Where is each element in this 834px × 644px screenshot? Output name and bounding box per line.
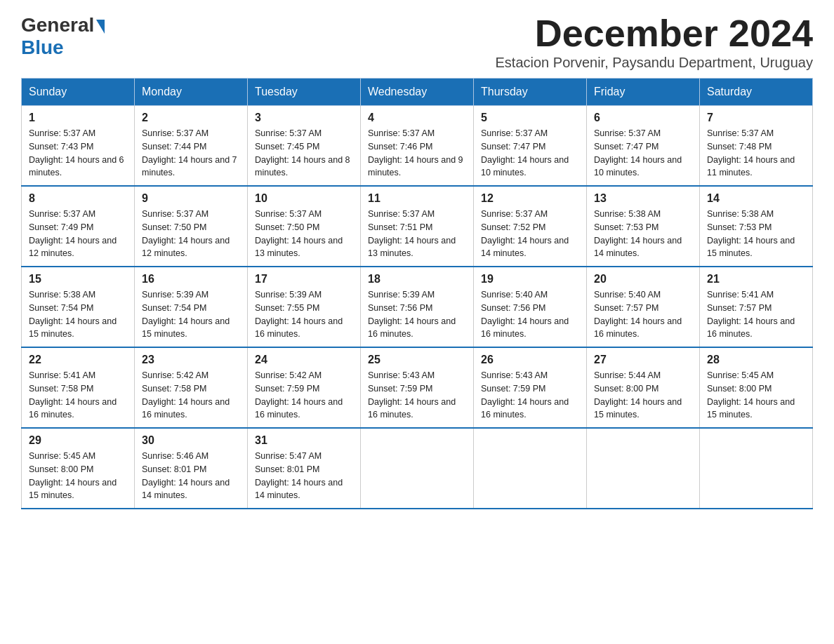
day-number: 26	[481, 354, 579, 366]
logo-blue: Blue	[21, 36, 64, 59]
calendar-cell: 1 Sunrise: 5:37 AMSunset: 7:43 PMDayligh…	[22, 106, 135, 187]
calendar-cell: 12 Sunrise: 5:37 AMSunset: 7:52 PMDaylig…	[474, 186, 587, 267]
month-title: December 2024	[496, 14, 813, 52]
calendar-cell: 16 Sunrise: 5:39 AMSunset: 7:54 PMDaylig…	[135, 267, 248, 347]
day-number: 7	[707, 112, 805, 124]
day-number: 24	[255, 354, 353, 366]
weekday-header-friday: Friday	[587, 79, 700, 106]
location-subtitle: Estacion Porvenir, Paysandu Department, …	[496, 55, 813, 71]
day-number: 9	[142, 192, 240, 205]
calendar-cell: 5 Sunrise: 5:37 AMSunset: 7:47 PMDayligh…	[474, 106, 587, 187]
calendar-week-row: 29 Sunrise: 5:45 AMSunset: 8:00 PMDaylig…	[22, 428, 813, 509]
calendar-cell: 6 Sunrise: 5:37 AMSunset: 7:47 PMDayligh…	[587, 106, 700, 187]
day-info: Sunrise: 5:37 AMSunset: 7:46 PMDaylight:…	[368, 127, 466, 180]
calendar-cell: 30 Sunrise: 5:46 AMSunset: 8:01 PMDaylig…	[135, 428, 248, 509]
day-number: 16	[142, 273, 240, 286]
logo-arrow-icon	[96, 20, 105, 34]
day-number: 17	[255, 273, 353, 286]
day-info: Sunrise: 5:37 AMSunset: 7:45 PMDaylight:…	[255, 127, 353, 180]
day-info: Sunrise: 5:41 AMSunset: 7:58 PMDaylight:…	[29, 369, 127, 422]
calendar-cell: 10 Sunrise: 5:37 AMSunset: 7:50 PMDaylig…	[248, 186, 361, 267]
day-info: Sunrise: 5:42 AMSunset: 7:59 PMDaylight:…	[255, 369, 353, 422]
day-info: Sunrise: 5:37 AMSunset: 7:47 PMDaylight:…	[594, 127, 692, 180]
calendar-cell: 2 Sunrise: 5:37 AMSunset: 7:44 PMDayligh…	[135, 106, 248, 187]
calendar-week-row: 8 Sunrise: 5:37 AMSunset: 7:49 PMDayligh…	[22, 186, 813, 267]
calendar-week-row: 1 Sunrise: 5:37 AMSunset: 7:43 PMDayligh…	[22, 106, 813, 187]
day-info: Sunrise: 5:37 AMSunset: 7:44 PMDaylight:…	[142, 127, 240, 180]
calendar-cell: 11 Sunrise: 5:37 AMSunset: 7:51 PMDaylig…	[361, 186, 474, 267]
day-info: Sunrise: 5:44 AMSunset: 8:00 PMDaylight:…	[594, 369, 692, 422]
day-info: Sunrise: 5:37 AMSunset: 7:47 PMDaylight:…	[481, 127, 579, 180]
logo-general: General	[21, 14, 94, 36]
calendar-cell: 9 Sunrise: 5:37 AMSunset: 7:50 PMDayligh…	[135, 186, 248, 267]
calendar-week-row: 22 Sunrise: 5:41 AMSunset: 7:58 PMDaylig…	[22, 347, 813, 428]
day-number: 2	[142, 112, 240, 124]
day-info: Sunrise: 5:39 AMSunset: 7:56 PMDaylight:…	[368, 288, 466, 341]
day-info: Sunrise: 5:40 AMSunset: 7:56 PMDaylight:…	[481, 288, 579, 341]
calendar-cell: 19 Sunrise: 5:40 AMSunset: 7:56 PMDaylig…	[474, 267, 587, 347]
weekday-header-saturday: Saturday	[700, 79, 813, 106]
day-number: 14	[707, 192, 805, 205]
day-number: 28	[707, 354, 805, 366]
day-number: 5	[481, 112, 579, 124]
calendar-cell	[700, 428, 813, 509]
weekday-header-monday: Monday	[135, 79, 248, 106]
day-number: 22	[29, 354, 127, 366]
calendar-cell	[361, 428, 474, 509]
weekday-header-wednesday: Wednesday	[361, 79, 474, 106]
day-info: Sunrise: 5:38 AMSunset: 7:54 PMDaylight:…	[29, 288, 127, 341]
calendar-header-row: SundayMondayTuesdayWednesdayThursdayFrid…	[22, 79, 813, 106]
day-number: 12	[481, 192, 579, 205]
day-info: Sunrise: 5:37 AMSunset: 7:50 PMDaylight:…	[142, 208, 240, 260]
day-info: Sunrise: 5:37 AMSunset: 7:50 PMDaylight:…	[255, 208, 353, 260]
calendar-cell: 26 Sunrise: 5:43 AMSunset: 7:59 PMDaylig…	[474, 347, 587, 428]
day-info: Sunrise: 5:43 AMSunset: 7:59 PMDaylight:…	[368, 369, 466, 422]
day-info: Sunrise: 5:37 AMSunset: 7:51 PMDaylight:…	[368, 208, 466, 260]
day-info: Sunrise: 5:39 AMSunset: 7:54 PMDaylight:…	[142, 288, 240, 341]
day-info: Sunrise: 5:38 AMSunset: 7:53 PMDaylight:…	[707, 208, 805, 260]
day-number: 3	[255, 112, 353, 124]
logo: General Blue	[21, 14, 105, 59]
calendar-cell: 27 Sunrise: 5:44 AMSunset: 8:00 PMDaylig…	[587, 347, 700, 428]
day-number: 10	[255, 192, 353, 205]
day-number: 18	[368, 273, 466, 286]
day-info: Sunrise: 5:47 AMSunset: 8:01 PMDaylight:…	[255, 450, 353, 502]
day-info: Sunrise: 5:38 AMSunset: 7:53 PMDaylight:…	[594, 208, 692, 260]
day-info: Sunrise: 5:43 AMSunset: 7:59 PMDaylight:…	[481, 369, 579, 422]
day-number: 19	[481, 273, 579, 286]
calendar-cell: 28 Sunrise: 5:45 AMSunset: 8:00 PMDaylig…	[700, 347, 813, 428]
calendar-cell: 3 Sunrise: 5:37 AMSunset: 7:45 PMDayligh…	[248, 106, 361, 187]
calendar-cell: 4 Sunrise: 5:37 AMSunset: 7:46 PMDayligh…	[361, 106, 474, 187]
day-number: 30	[142, 434, 240, 447]
day-info: Sunrise: 5:37 AMSunset: 7:52 PMDaylight:…	[481, 208, 579, 260]
calendar-cell: 23 Sunrise: 5:42 AMSunset: 7:58 PMDaylig…	[135, 347, 248, 428]
calendar-cell: 17 Sunrise: 5:39 AMSunset: 7:55 PMDaylig…	[248, 267, 361, 347]
day-info: Sunrise: 5:37 AMSunset: 7:43 PMDaylight:…	[29, 127, 127, 180]
day-number: 8	[29, 192, 127, 205]
day-info: Sunrise: 5:37 AMSunset: 7:48 PMDaylight:…	[707, 127, 805, 180]
day-number: 29	[29, 434, 127, 447]
calendar-cell: 13 Sunrise: 5:38 AMSunset: 7:53 PMDaylig…	[587, 186, 700, 267]
calendar-cell: 20 Sunrise: 5:40 AMSunset: 7:57 PMDaylig…	[587, 267, 700, 347]
day-info: Sunrise: 5:41 AMSunset: 7:57 PMDaylight:…	[707, 288, 805, 341]
day-number: 31	[255, 434, 353, 447]
day-number: 23	[142, 354, 240, 366]
calendar-cell: 8 Sunrise: 5:37 AMSunset: 7:49 PMDayligh…	[22, 186, 135, 267]
day-info: Sunrise: 5:46 AMSunset: 8:01 PMDaylight:…	[142, 450, 240, 502]
day-number: 25	[368, 354, 466, 366]
calendar-table: SundayMondayTuesdayWednesdayThursdayFrid…	[21, 78, 813, 509]
day-number: 27	[594, 354, 692, 366]
day-info: Sunrise: 5:45 AMSunset: 8:00 PMDaylight:…	[707, 369, 805, 422]
calendar-cell: 15 Sunrise: 5:38 AMSunset: 7:54 PMDaylig…	[22, 267, 135, 347]
calendar-cell	[587, 428, 700, 509]
weekday-header-thursday: Thursday	[474, 79, 587, 106]
calendar-cell: 29 Sunrise: 5:45 AMSunset: 8:00 PMDaylig…	[22, 428, 135, 509]
day-number: 11	[368, 192, 466, 205]
day-info: Sunrise: 5:40 AMSunset: 7:57 PMDaylight:…	[594, 288, 692, 341]
day-info: Sunrise: 5:42 AMSunset: 7:58 PMDaylight:…	[142, 369, 240, 422]
calendar-cell: 18 Sunrise: 5:39 AMSunset: 7:56 PMDaylig…	[361, 267, 474, 347]
day-number: 15	[29, 273, 127, 286]
day-number: 13	[594, 192, 692, 205]
calendar-cell: 14 Sunrise: 5:38 AMSunset: 7:53 PMDaylig…	[700, 186, 813, 267]
calendar-cell: 7 Sunrise: 5:37 AMSunset: 7:48 PMDayligh…	[700, 106, 813, 187]
